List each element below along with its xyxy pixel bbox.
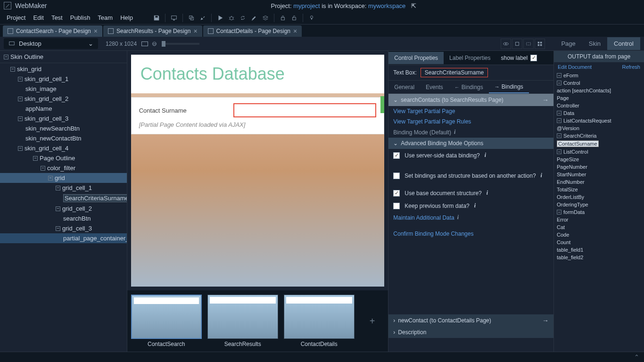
node-page[interactable]: Page bbox=[554, 94, 644, 102]
link-confirm[interactable]: Confirm Binding Mode Changes bbox=[388, 229, 553, 239]
collapse-icon[interactable]: − bbox=[4, 55, 8, 59]
node-version[interactable]: @Version bbox=[554, 124, 644, 132]
tree-newsearchbtn[interactable]: skin_newSearchBtn bbox=[0, 123, 127, 133]
device-selector[interactable]: Desktop ⌄ bbox=[4, 38, 98, 49]
menu-edit[interactable]: Edit bbox=[29, 12, 47, 23]
tree-cell-2[interactable]: −skin_grid_cell_2 bbox=[0, 94, 127, 104]
info-icon[interactable]: i bbox=[541, 172, 542, 179]
menu-publish[interactable]: Publish bbox=[66, 12, 94, 23]
edit-icon[interactable] bbox=[248, 12, 260, 24]
tab-control-properties[interactable]: Control Propeties bbox=[388, 52, 444, 64]
tree-cell-4[interactable]: −skin_grid_cell_4 bbox=[0, 143, 127, 153]
brush-icon[interactable] bbox=[197, 12, 208, 24]
close-icon[interactable]: × bbox=[293, 27, 297, 35]
save-icon[interactable] bbox=[151, 12, 162, 24]
close-icon[interactable]: × bbox=[94, 27, 98, 35]
panel-tab-control[interactable]: Control bbox=[607, 37, 640, 50]
button-stripe[interactable] bbox=[380, 96, 384, 113]
show-label-toggle[interactable]: show label ✓ bbox=[496, 55, 542, 61]
add-page-button[interactable]: + bbox=[360, 297, 385, 346]
design-canvas[interactable]: Contacts Database Contact Surname [Parti… bbox=[131, 55, 385, 287]
subtab-general[interactable]: General bbox=[388, 82, 420, 93]
menu-project[interactable]: Project bbox=[3, 12, 29, 23]
panel-tab-skin[interactable]: Skin bbox=[582, 37, 607, 50]
info-icon[interactable]: i bbox=[454, 129, 455, 136]
checkbox-icon[interactable]: ✓ bbox=[530, 55, 537, 61]
unlock-icon[interactable] bbox=[289, 12, 300, 24]
node-tablefield1[interactable]: table_field1 bbox=[554, 246, 644, 254]
node-action[interactable]: action [searchContacts] bbox=[554, 87, 644, 94]
thumb-contactsearch[interactable]: ContactSearch bbox=[131, 295, 202, 347]
tree-gridcell-1[interactable]: −grid_cell_1 bbox=[0, 183, 127, 193]
tree-gridcell-2[interactable]: −grid_cell_2 bbox=[0, 204, 127, 214]
section-advanced[interactable]: ⌄ Advanced Binding Mode Options bbox=[388, 138, 553, 149]
link-maintain[interactable]: Maintain Additional Datai bbox=[388, 212, 553, 223]
node-listreq[interactable]: −ListContactsRequest bbox=[554, 117, 644, 124]
subtab-events[interactable]: Events bbox=[420, 82, 449, 93]
node-pagenumber[interactable]: PageNumber bbox=[554, 163, 644, 171]
refresh-icon[interactable] bbox=[237, 12, 248, 24]
play-icon[interactable] bbox=[215, 12, 226, 24]
skin-outline-header[interactable]: − Skin Outline bbox=[0, 51, 127, 63]
tree-appname[interactable]: appName bbox=[0, 104, 127, 114]
tree-grid[interactable]: −grid bbox=[0, 173, 127, 183]
tree-skin-grid[interactable]: −skin_grid bbox=[0, 64, 127, 74]
monitor-icon[interactable] bbox=[168, 12, 180, 24]
node-endnumber[interactable]: EndNumber bbox=[554, 178, 644, 186]
info-icon[interactable]: i bbox=[485, 152, 486, 159]
lock-icon[interactable] bbox=[277, 12, 289, 24]
bounds-icon[interactable] bbox=[523, 39, 534, 49]
tree-gridcell-3[interactable]: −grid_cell_3 bbox=[0, 223, 127, 233]
info-icon[interactable]: i bbox=[457, 214, 459, 221]
lightbulb-icon[interactable] bbox=[306, 12, 317, 24]
tree-cell-1[interactable]: −skin_grid_cell_1 bbox=[0, 74, 127, 84]
link-view-target[interactable]: View Target Partial Page bbox=[388, 106, 553, 116]
eye-icon[interactable] bbox=[501, 39, 511, 49]
opt-usebase[interactable]: ✓Use base document structure?i bbox=[388, 187, 553, 199]
node-cat[interactable]: Cat bbox=[554, 223, 644, 231]
tree-skin-image[interactable]: skin_image bbox=[0, 84, 127, 94]
node-code[interactable]: Code bbox=[554, 231, 644, 239]
node-formdata[interactable]: −formData bbox=[554, 208, 644, 216]
tree-newcontactbtn[interactable]: skin_newContactBtn bbox=[0, 133, 127, 143]
tree-color-filter[interactable]: −color_filter bbox=[0, 163, 127, 173]
textbox-name-value[interactable]: SearchCriteriaSurname bbox=[421, 68, 488, 77]
node-searchcriteria[interactable]: −SearchCriteria bbox=[554, 132, 644, 140]
doc-tab-searchresults[interactable]: SearchResults - Page Design × bbox=[103, 25, 202, 37]
link-edit-document[interactable]: Edit Document bbox=[558, 64, 592, 70]
cube-icon[interactable] bbox=[512, 39, 522, 49]
chevron-up-icon[interactable]: ⌃ bbox=[634, 354, 639, 361]
node-count[interactable]: Count bbox=[554, 239, 644, 246]
node-orderingtype[interactable]: OrderingType bbox=[554, 201, 644, 208]
tree-partial-page[interactable]: partial_page_container_ bbox=[0, 233, 127, 243]
zoom-out-icon[interactable]: ⊖ bbox=[152, 40, 157, 47]
project-name[interactable]: myproject bbox=[293, 2, 320, 9]
workspace-name[interactable]: myworkspace bbox=[368, 2, 405, 9]
opt-serverside[interactable]: ✓Use server-side data binding?i bbox=[388, 149, 553, 162]
node-contactsurname[interactable]: ContactSurname bbox=[554, 140, 644, 148]
node-data[interactable]: −Data bbox=[554, 109, 644, 117]
section-description[interactable]: › Description bbox=[388, 327, 553, 338]
node-error[interactable]: Error bbox=[554, 216, 644, 223]
node-startnumber[interactable]: StartNumber bbox=[554, 171, 644, 178]
node-pagesize[interactable]: PageSize bbox=[554, 156, 644, 163]
grid-icon[interactable] bbox=[535, 39, 545, 49]
tree-searchbtn[interactable]: searchBtn bbox=[0, 214, 127, 223]
info-icon[interactable]: i bbox=[487, 189, 488, 197]
menu-test[interactable]: Test bbox=[48, 12, 66, 23]
menu-help[interactable]: Help bbox=[116, 12, 137, 23]
opt-keepprev[interactable]: Keep previous form data?i bbox=[388, 199, 553, 212]
thumb-contactdetails[interactable]: ContactDetails bbox=[284, 295, 355, 347]
link-refresh[interactable]: Refresh bbox=[622, 64, 640, 70]
node-eform[interactable]: −eForm bbox=[554, 72, 644, 79]
fit-icon[interactable] bbox=[141, 41, 148, 46]
section-searchcontacts[interactable]: ⌄ searchContacts (to SearchResults Page)… bbox=[388, 94, 553, 106]
surname-input[interactable] bbox=[233, 103, 377, 117]
subtab-bindings-in[interactable]: ←Bindings bbox=[449, 82, 489, 93]
node-tablefield2[interactable]: table_field2 bbox=[554, 254, 644, 261]
copy-icon[interactable] bbox=[186, 12, 197, 24]
bug-icon[interactable] bbox=[226, 12, 237, 24]
node-orderlistby[interactable]: OrderListBy bbox=[554, 193, 644, 201]
tab-label-properties[interactable]: Label Properties bbox=[444, 52, 496, 64]
close-icon[interactable]: × bbox=[193, 27, 197, 35]
